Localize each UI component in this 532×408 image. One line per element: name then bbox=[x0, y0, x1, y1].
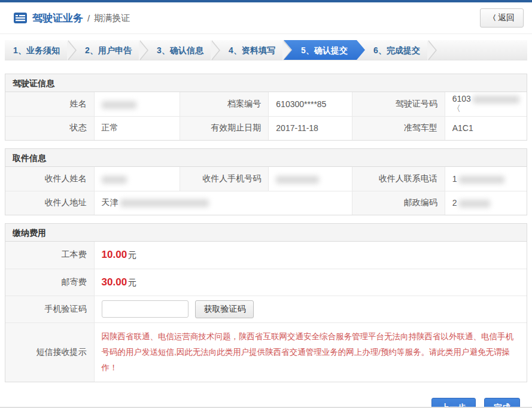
step-1-business-notice[interactable]: 1、业务须知 bbox=[5, 40, 68, 60]
recipient-phone-label: 收件人联系电话 bbox=[352, 167, 445, 191]
postal-code-value: 2 bbox=[445, 191, 527, 215]
step-2-user-declaration[interactable]: 2、用户申告 bbox=[77, 40, 140, 60]
step-5-confirm-submit-active[interactable]: 5、确认提交 bbox=[284, 40, 365, 60]
recipient-name-label: 收件人姓名 bbox=[5, 167, 94, 191]
finish-button[interactable]: 完成 bbox=[484, 398, 520, 408]
status-label: 状态 bbox=[5, 116, 94, 140]
back-button[interactable]: 〈 返回 bbox=[480, 8, 524, 28]
name-label: 姓名 bbox=[5, 92, 94, 116]
file-no-value: 610300****85 bbox=[269, 92, 352, 116]
fees-section: 缴纳费用 工本费 10.00元 邮寄费 30.00元 手机验证码 获取验证码 短… bbox=[5, 223, 527, 382]
page-header: 驾驶证业务 / 期满换证 〈 返回 bbox=[0, 2, 532, 34]
sms-code-label: 手机验证码 bbox=[5, 296, 94, 322]
license-services-icon bbox=[13, 12, 28, 24]
step-bar-filler bbox=[437, 40, 527, 60]
postal-code-label: 邮政编码 bbox=[352, 191, 445, 215]
back-chevron-icon: 〈 bbox=[489, 13, 496, 23]
sms-notice-text: 因陕西省联通、电信运营商技术问题，陕西省互联网交通安全综合服务管理平台无法向持陕… bbox=[102, 323, 527, 382]
table-row: 手机验证码 获取验证码 bbox=[5, 296, 527, 322]
sms-code-cell: 获取验证码 bbox=[94, 296, 527, 322]
get-sms-code-button[interactable]: 获取验证码 bbox=[195, 300, 254, 318]
name-value bbox=[94, 92, 180, 116]
license-info-table: 姓名 档案编号 610300****85 驾驶证号码 6103〈 状态 正常 有… bbox=[5, 92, 527, 140]
recipient-name-value bbox=[94, 167, 180, 191]
pickup-info-section: 取件信息 收件人姓名 收件人手机号码 收件人联系电话 1 收件人地址 天津 邮政… bbox=[5, 148, 527, 215]
table-row: 状态 正常 有效期止日期 2017-11-18 准驾车型 A1C1 bbox=[5, 116, 527, 140]
redacted-address bbox=[120, 199, 209, 207]
recipient-address-value: 天津 bbox=[94, 191, 352, 215]
breadcrumb-separator: / bbox=[87, 13, 90, 23]
step-separator bbox=[428, 40, 437, 60]
recipient-address-label: 收件人地址 bbox=[5, 191, 94, 215]
expiry-label: 有效期止日期 bbox=[180, 116, 269, 140]
table-row: 邮寄费 30.00元 bbox=[5, 269, 527, 296]
vehicle-class-value: A1C1 bbox=[445, 116, 527, 140]
step-separator bbox=[140, 40, 148, 60]
step-separator bbox=[212, 40, 220, 60]
license-no-label: 驾驶证号码 bbox=[352, 92, 445, 116]
page-title: 驾驶证业务 bbox=[32, 11, 83, 25]
table-row: 收件人姓名 收件人手机号码 收件人联系电话 1 bbox=[5, 167, 527, 191]
footer-actions: 上一步 完成 bbox=[0, 398, 520, 408]
redacted-postal-code bbox=[459, 200, 490, 208]
file-no-label: 档案编号 bbox=[180, 92, 269, 116]
redacted-phone bbox=[459, 176, 504, 184]
sms-notice-cell: 因陕西省联通、电信运营商技术问题，陕西省互联网交通安全综合服务管理平台无法向持陕… bbox=[94, 322, 527, 382]
table-row: 工本费 10.00元 bbox=[5, 242, 527, 269]
step-4-fill-materials[interactable]: 4、资料填写 bbox=[220, 40, 284, 60]
fees-table: 工本费 10.00元 邮寄费 30.00元 手机验证码 获取验证码 短信接收提示… bbox=[5, 242, 527, 382]
fees-title: 缴纳费用 bbox=[5, 224, 527, 242]
production-fee-value: 10.00元 bbox=[94, 242, 527, 269]
redacted-license-no bbox=[473, 96, 519, 103]
step-3-confirm-info[interactable]: 3、确认信息 bbox=[148, 40, 212, 60]
step-6-complete-submit[interactable]: 6、完成提交 bbox=[365, 40, 428, 60]
status-value: 正常 bbox=[94, 116, 180, 140]
step-separator bbox=[68, 40, 77, 60]
pickup-info-title: 取件信息 bbox=[5, 149, 527, 167]
redacted-mobile bbox=[276, 176, 319, 184]
recipient-phone-value: 1 bbox=[445, 167, 527, 191]
table-row: 姓名 档案编号 610300****85 驾驶证号码 6103〈 bbox=[5, 92, 527, 116]
previous-step-button[interactable]: 上一步 bbox=[431, 398, 476, 408]
license-no-value: 6103〈 bbox=[445, 92, 527, 116]
back-button-label: 返回 bbox=[498, 13, 515, 23]
license-info-title: 驾驶证信息 bbox=[5, 74, 527, 92]
vehicle-class-label: 准驾车型 bbox=[352, 116, 445, 140]
redacted-name bbox=[102, 101, 136, 109]
postage-fee-label: 邮寄费 bbox=[5, 269, 94, 296]
breadcrumb-current: 期满换证 bbox=[94, 13, 130, 24]
recipient-mobile-value bbox=[269, 167, 352, 191]
license-info-section: 驾驶证信息 姓名 档案编号 610300****85 驾驶证号码 6103〈 状… bbox=[5, 74, 527, 141]
step-wizard: 1、业务须知 2、用户申告 3、确认信息 4、资料填写 5、确认提交 6、完成提… bbox=[5, 40, 527, 60]
redacted-recipient-name bbox=[102, 176, 127, 184]
sms-notice-label: 短信接收提示 bbox=[5, 322, 94, 382]
recipient-mobile-label: 收件人手机号码 bbox=[180, 167, 269, 191]
table-row: 收件人地址 天津 邮政编码 2 bbox=[5, 191, 527, 215]
table-row: 短信接收提示 因陕西省联通、电信运营商技术问题，陕西省互联网交通安全综合服务管理… bbox=[5, 322, 527, 382]
expiry-value: 2017-11-18 bbox=[269, 116, 352, 140]
pickup-info-table: 收件人姓名 收件人手机号码 收件人联系电话 1 收件人地址 天津 邮政编码 2 bbox=[5, 167, 527, 215]
production-fee-label: 工本费 bbox=[5, 242, 94, 269]
postage-fee-value: 30.00元 bbox=[94, 269, 527, 296]
sms-code-input[interactable] bbox=[102, 300, 189, 318]
